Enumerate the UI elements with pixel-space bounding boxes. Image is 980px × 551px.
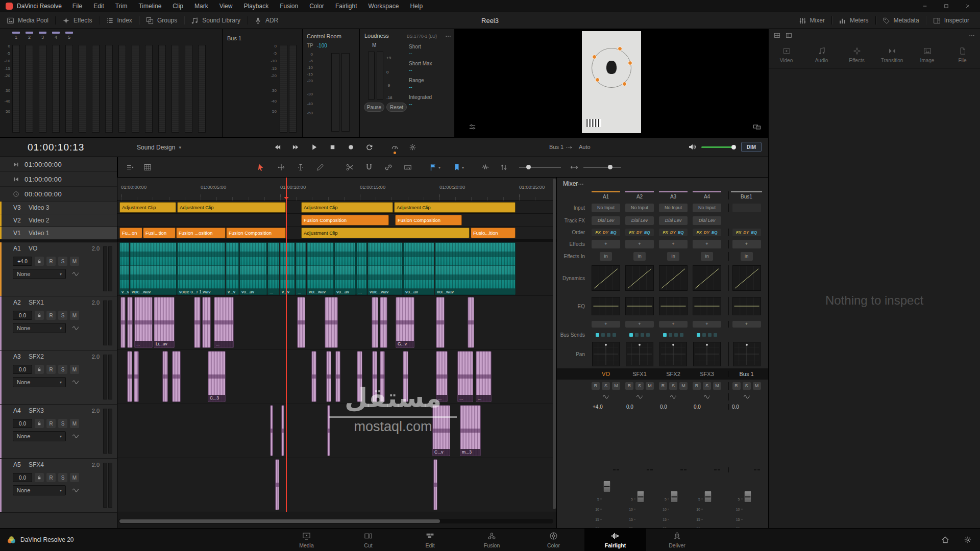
eq-graph[interactable] (659, 297, 688, 315)
loudness-reset-button[interactable]: Reset (386, 103, 407, 112)
solo-button[interactable]: S (58, 311, 67, 320)
transport-transport-gear-icon[interactable] (409, 138, 416, 157)
audio-clip[interactable]: vo...av (239, 242, 267, 295)
clip-fusion[interactable]: Fusi...tion (143, 228, 176, 238)
toolbar-button-sound-library[interactable]: Sound Library (184, 12, 247, 29)
inspector-tab-audio[interactable]: Audio (804, 41, 839, 68)
mixer-r-button[interactable]: R (625, 382, 633, 390)
track-header-a5[interactable]: A5SFX42.00.0RSMNone▾ (0, 459, 117, 513)
lock-button[interactable] (35, 473, 44, 482)
fader-handle[interactable] (671, 491, 678, 503)
audio-clip[interactable] (325, 297, 338, 348)
automation-icon[interactable] (72, 433, 79, 440)
mixer-channel-tab[interactable]: Bus1 (731, 191, 762, 199)
maximize-button[interactable] (943, 3, 949, 10)
minimize-button[interactable] (922, 3, 928, 10)
add-effect-button[interactable]: + (693, 240, 721, 248)
order-button[interactable]: FXDYEQ (592, 229, 620, 236)
input-select-button[interactable]: No Input (659, 204, 688, 212)
audio-clip[interactable] (127, 351, 132, 402)
audio-clip[interactable] (311, 351, 316, 402)
track-fx-button[interactable]: Dial Lev (625, 216, 654, 225)
effects-in-button[interactable]: In (667, 252, 679, 261)
fader[interactable] (602, 469, 611, 470)
mute-button[interactable]: M (70, 257, 79, 266)
bus-send-slot[interactable] (601, 333, 605, 337)
menu-edit[interactable]: Edit (88, 0, 110, 12)
monitor-bus-label[interactable]: Bus 1 (549, 144, 564, 150)
audio-clip[interactable] (202, 297, 211, 348)
menu-file[interactable]: File (67, 0, 88, 12)
audio-clip[interactable] (436, 297, 445, 348)
fader[interactable] (703, 469, 713, 470)
solo-button[interactable]: S (58, 365, 67, 374)
inspector-menu-icon[interactable] (969, 32, 975, 39)
bus-send-slot[interactable] (708, 333, 712, 337)
automation-icon[interactable] (72, 379, 79, 386)
page-tab-fusion[interactable]: Fusion (461, 529, 523, 551)
mixer-r-button[interactable]: R (659, 382, 667, 390)
bus-send-slot[interactable] (596, 333, 599, 337)
mixer-m-button[interactable]: M (679, 382, 688, 390)
tool-clip-gain-icon[interactable] (404, 163, 412, 171)
toolbar-button-groups[interactable]: Groups (139, 12, 184, 29)
audio-clip[interactable]: vo...av (403, 242, 434, 295)
toolbar-button-mixer[interactable]: Mixer (792, 12, 831, 29)
page-tab-cut[interactable]: Cut (337, 529, 399, 551)
audio-clip[interactable] (468, 297, 474, 348)
audio-clip[interactable] (297, 297, 305, 348)
horizontal-scrollbar[interactable] (119, 519, 440, 523)
app-menu[interactable]: DaVinci Resolve (17, 3, 62, 10)
solo-button[interactable]: S (58, 257, 67, 266)
mixer-m-button[interactable]: M (612, 382, 620, 390)
tool-updown-icon[interactable] (500, 163, 508, 171)
menu-playback[interactable]: Playback (238, 0, 274, 12)
record-arm-button[interactable]: R (46, 365, 56, 374)
toolbar-button-effects[interactable]: Effects (56, 12, 99, 29)
automation-mode-label[interactable]: Auto (579, 144, 591, 150)
audio-clip[interactable]: C...v (432, 405, 450, 456)
automation-icon[interactable] (72, 270, 79, 278)
timecode-field-1[interactable]: 01:00:00:00 (0, 172, 117, 187)
close-button[interactable] (965, 3, 971, 10)
track-plugin-dropdown[interactable]: None▾ (13, 269, 66, 279)
audio-clip[interactable] (327, 405, 330, 456)
gear-icon[interactable] (964, 536, 972, 544)
bus-send-slot[interactable] (674, 333, 678, 337)
tool-grid-view-icon[interactable] (143, 163, 152, 171)
transport-fast-forward-icon[interactable] (292, 143, 300, 151)
audio-clip[interactable] (372, 297, 378, 348)
mixer-m-button[interactable]: M (646, 382, 654, 390)
audio-clip[interactable]: voic...wav (368, 242, 403, 295)
audio-clip[interactable]: C...3 (208, 351, 226, 402)
menu-color[interactable]: Color (304, 0, 330, 12)
page-tab-edit[interactable]: Edit (399, 529, 461, 551)
record-arm-button[interactable]: R (46, 311, 56, 320)
tool-snap-icon[interactable] (365, 163, 373, 171)
eq-graph[interactable] (625, 297, 654, 315)
effects-in-button[interactable]: In (633, 252, 646, 261)
track-gain[interactable]: 0.0 (13, 311, 32, 320)
fader-handle[interactable] (704, 491, 712, 503)
tool-marker-icon[interactable] (453, 163, 461, 171)
audio-clip[interactable] (194, 297, 201, 348)
loudness-pause-button[interactable]: Pause (364, 103, 384, 112)
zoom-slider-handle[interactable] (608, 165, 612, 169)
clip-fusion[interactable]: Fu...on (119, 228, 142, 238)
audio-clip[interactable]: ... (267, 242, 279, 295)
audio-clip[interactable]: voi...wav (435, 242, 516, 295)
dynamics-graph[interactable] (625, 265, 654, 291)
menu-timeline[interactable]: Timeline (133, 0, 167, 12)
audio-clip[interactable]: ... (134, 297, 153, 348)
fader-handle[interactable] (637, 491, 645, 503)
bus-send-slot[interactable] (680, 333, 683, 337)
inspector-tab-transition[interactable]: Transition (874, 41, 910, 68)
pan-grid[interactable] (592, 342, 620, 366)
audio-clip[interactable]: voice o...r 1.wav (177, 242, 225, 295)
fader[interactable] (670, 469, 679, 470)
tool-trim-tool-icon[interactable] (277, 163, 285, 171)
input-select-button[interactable] (732, 204, 761, 212)
transport-play-icon[interactable] (310, 143, 318, 151)
bus-send-slot[interactable] (714, 333, 717, 337)
timeline-track-a1[interactable]: v...vvoic...wavvoice o...r 1.wavv...vvo.… (117, 242, 556, 296)
